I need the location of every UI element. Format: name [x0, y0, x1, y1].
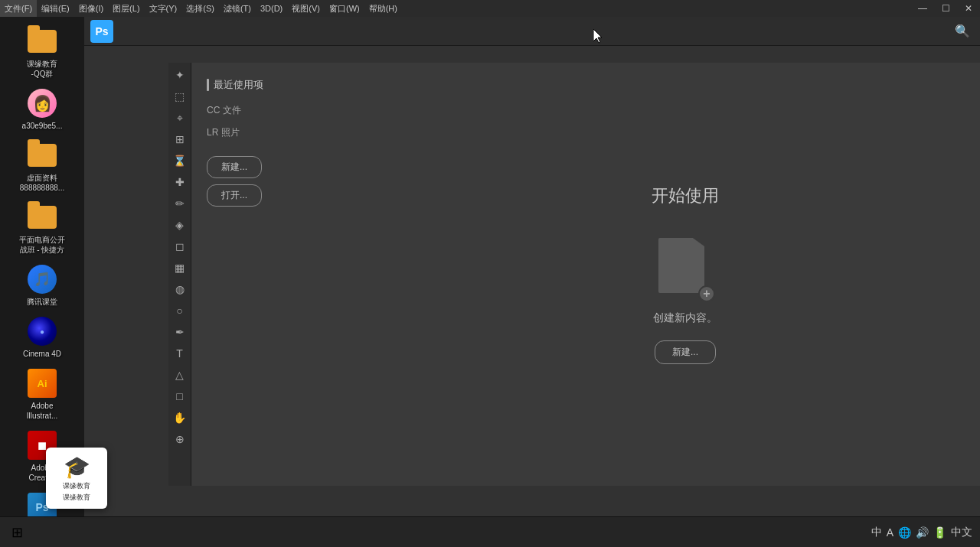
menu-edit[interactable]: 编辑(E): [37, 0, 74, 17]
menu-text[interactable]: 文字(Y): [145, 0, 182, 17]
minimize-button[interactable]: —: [911, 0, 934, 17]
titlebar: 文件(F) 编辑(E) 图像(I) 图层(L) 文字(Y) 选择(S) 滤镜(T…: [0, 0, 980, 17]
ai-icon-label: AdobeIllustrat...: [27, 401, 58, 421]
desktop-icon-desk[interactable]: 虚面资料888888888...: [8, 137, 77, 196]
desktop-icon-lesson[interactable]: 课缘教育-QQ群: [8, 23, 77, 82]
ps-tool-pen[interactable]: ✒: [171, 323, 189, 341]
ps-tool-shape[interactable]: □: [171, 387, 189, 405]
file-shape: [658, 238, 704, 293]
ps-search-icon[interactable]: 🔍: [951, 20, 974, 43]
ps-tool-gradient[interactable]: ▦: [171, 259, 189, 277]
tray-clock: 中文: [951, 526, 972, 539]
close-button[interactable]: ✕: [957, 0, 980, 17]
ps-tool-zoom[interactable]: ⊕: [171, 430, 189, 448]
tray-sound-icon[interactable]: 🔊: [916, 526, 929, 539]
action-buttons: 新建... 打开...: [207, 156, 375, 213]
tencent-icon-label: 腾讯课堂: [27, 297, 57, 307]
ps-tool-heal[interactable]: ✚: [171, 173, 189, 191]
cinema4d-icon: ●: [27, 316, 57, 347]
create-button[interactable]: 新建...: [655, 340, 716, 364]
ps-tool-select[interactable]: ⬚: [171, 87, 189, 106]
desktop-icon-ai[interactable]: Ai AdobeIllustrat...: [8, 365, 77, 424]
ps-tool-dodge[interactable]: ○: [171, 301, 189, 320]
ps-tool-blur[interactable]: ◍: [171, 280, 189, 298]
desk-icon-label: 虚面资料888888888...: [20, 173, 64, 193]
start-title: 开始使用: [652, 184, 719, 207]
ps-window: Ps 🔍 ✦ ⬚ ⌖ ⊞ ⌛ ✚ ✏ ◈ ◻ ▦ ◍ ○ ✒ T △ □ ✋ ⊕…: [84, 17, 980, 516]
ps-tool-hand[interactable]: ✋: [171, 409, 189, 427]
tray-network-icon[interactable]: 🌐: [898, 526, 911, 539]
recent-header: 最近使用项: [207, 78, 375, 92]
lesson-icon-label: 课缘教育-QQ群: [27, 59, 57, 79]
plus-circle-icon: +: [698, 285, 715, 302]
desktop-icon-cinema4d[interactable]: ● Cinema 4D: [8, 313, 77, 362]
ps-main-content: 最近使用项 CC 文件 LR 照片 新建... 打开... 开始使用 + 创建新…: [191, 63, 980, 486]
ps-tools-panel: ✦ ⬚ ⌖ ⊞ ⌛ ✚ ✏ ◈ ◻ ▦ ◍ ○ ✒ T △ □ ✋ ⊕: [168, 63, 191, 486]
ps-logo: Ps: [90, 20, 113, 43]
titlebar-controls: — ☐ ✕: [911, 0, 980, 17]
ai-icon: Ai: [27, 368, 57, 399]
tencent-icon: 🎵: [27, 264, 57, 295]
maximize-button[interactable]: ☐: [934, 0, 957, 17]
a30e-icon-label: a30e9be5...: [22, 121, 63, 131]
start-icon: ⊞: [11, 526, 23, 539]
ps-tool-path[interactable]: △: [171, 366, 189, 384]
desk-folder-icon: [27, 140, 57, 171]
ecommerce-icon-label: 平面电商公开战班 - 快捷方: [19, 235, 65, 255]
cinema4d-icon-label: Cinema 4D: [23, 349, 61, 359]
menu-3d[interactable]: 3D(D): [256, 0, 287, 17]
new-file-illustration: +: [658, 238, 712, 299]
desktop-icon-tencent[interactable]: 🎵 腾讯课堂: [8, 261, 77, 310]
titlebar-menu: 文件(F) 编辑(E) 图像(I) 图层(L) 文字(Y) 选择(S) 滤镜(T…: [0, 0, 911, 17]
taskbar: ⊞ 中 A 🌐 🔊 🔋 中文: [0, 516, 980, 547]
create-label: 创建新内容。: [653, 311, 717, 325]
desktop-area: 课缘教育-QQ群 👩 a30e9be5... 虚面资料888888888... …: [0, 17, 84, 516]
recent-item-lr[interactable]: LR 照片: [207, 125, 375, 141]
ecommerce-folder-icon: [27, 202, 57, 233]
ps-tool-eyedropper[interactable]: ⌛: [171, 151, 189, 170]
ps-right-panel: 开始使用 + 创建新内容。 新建...: [390, 63, 980, 486]
ps-tool-crop[interactable]: ⊞: [171, 130, 189, 148]
menu-view[interactable]: 视图(V): [287, 0, 325, 17]
menu-select[interactable]: 选择(S): [181, 0, 219, 17]
ps-tool-lasso[interactable]: ⌖: [171, 109, 189, 127]
menu-window[interactable]: 窗口(W): [325, 0, 364, 17]
menu-layer[interactable]: 图层(L): [108, 0, 144, 17]
ps-tool-clone[interactable]: ◈: [171, 216, 189, 234]
recent-item-cc[interactable]: CC 文件: [207, 103, 375, 119]
popup-hat-icon: 🎓: [64, 454, 90, 480]
ps-tool-eraser[interactable]: ◻: [171, 237, 189, 256]
ps-tool-brush[interactable]: ✏: [171, 194, 189, 213]
file-fold: [693, 238, 704, 246]
ps-left-panel: 最近使用项 CC 文件 LR 照片 新建... 打开...: [191, 63, 390, 486]
ps-tool-move[interactable]: ✦: [171, 66, 189, 84]
menu-filter[interactable]: 滤镜(T): [219, 0, 256, 17]
open-button[interactable]: 打开...: [207, 184, 262, 207]
popup-label: 课缘教育: [63, 481, 90, 491]
new-button[interactable]: 新建...: [207, 156, 262, 178]
recent-bar-decoration: [207, 79, 209, 91]
lesson-folder-icon: [27, 26, 57, 57]
desktop-icon-a30e[interactable]: 👩 a30e9be5...: [8, 85, 77, 134]
taskbar-right-area: 中 A 🌐 🔊 🔋 中文: [871, 526, 977, 539]
tray-lang-icon[interactable]: A: [887, 526, 893, 539]
recent-title: 最近使用项: [214, 78, 263, 92]
taskbar-start[interactable]: ⊞: [3, 519, 31, 546]
popup-sublabel: 课缘教育: [63, 493, 90, 503]
ps-app-toolbar: Ps 🔍: [84, 17, 980, 46]
menu-file[interactable]: 文件(F): [0, 0, 37, 17]
tray-battery-icon[interactable]: 🔋: [933, 526, 946, 539]
ps-tool-type[interactable]: T: [171, 344, 189, 363]
desktop-icon-ecommerce[interactable]: 平面电商公开战班 - 快捷方: [8, 199, 77, 258]
tray-input-icon[interactable]: 中: [871, 526, 882, 539]
menu-image[interactable]: 图像(I): [74, 0, 108, 17]
popup-lesson-icon[interactable]: 🎓 课缘教育 课缘教育: [46, 448, 107, 509]
menu-help[interactable]: 帮助(H): [364, 0, 402, 17]
a30e-icon: 👩: [27, 88, 57, 119]
